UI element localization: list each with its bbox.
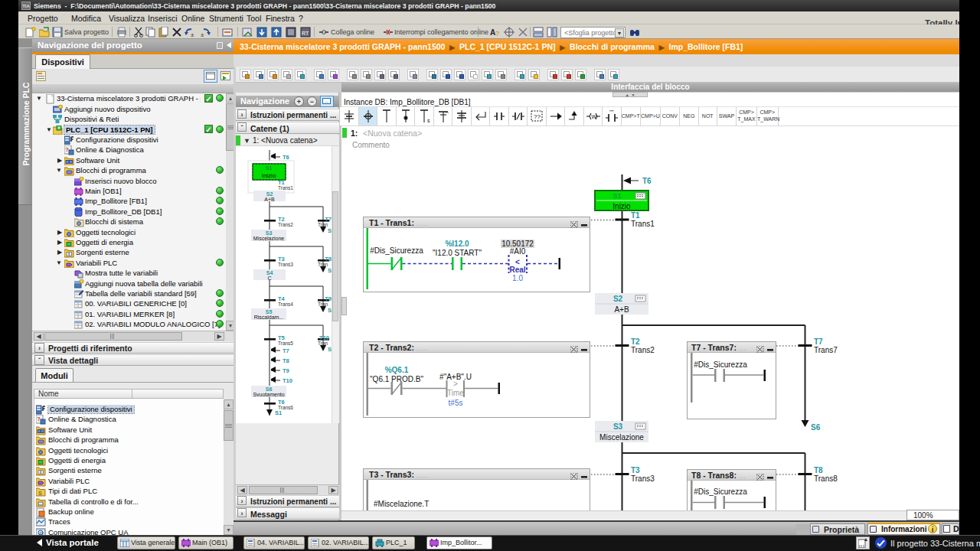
svg-text:S3: S3 [613,422,623,431]
svg-text:"I12.0 START": "I12.0 START" [433,249,482,257]
svg-text:#Dis_Sicurezza: #Dis_Sicurezza [370,246,423,255]
svg-text:Trans8: Trans8 [814,474,838,483]
svg-text:..: .. [446,108,449,115]
svg-text:S3: S3 [266,230,273,236]
svg-text:Trans3: Trans3 [631,474,655,483]
svg-text:S5: S5 [266,309,273,315]
svg-text:1.0: 1.0 [512,274,523,282]
svg-text:Tran: Tran [318,222,328,227]
svg-text:Inizio: Inizio [612,202,631,210]
svg-text:S1: S1 [266,165,273,171]
svg-text:S6: S6 [328,346,332,353]
svg-text:T10: T10 [283,377,292,384]
svg-text:%I12.0: %I12.0 [445,240,469,248]
svg-text:S6: S6 [266,386,273,392]
svg-text:Trans6: Trans6 [278,405,293,410]
svg-text:Tran: Tran [318,262,328,267]
svg-text:T2: T2 [631,337,640,346]
svg-text:?: ? [65,146,69,153]
svg-text:s: s [427,118,430,123]
svg-text:#AI0: #AI0 [510,247,526,256]
svg-text:Tran: Tran [318,341,328,346]
svg-text:#Dis_Sicurezza: #Dis_Sicurezza [694,487,747,496]
svg-text:Trans1: Trans1 [278,185,293,191]
svg-text:W: W [591,114,596,119]
svg-text:<: < [515,258,520,266]
svg-text:±: ± [201,31,204,37]
svg-text:T6: T6 [642,177,652,185]
svg-text:Trans2: Trans2 [631,346,655,354]
svg-text:S2: S2 [613,295,623,303]
svg-text:Inizio: Inizio [262,172,276,179]
svg-text:Trans2: Trans2 [278,222,293,227]
svg-text:T9: T9 [283,367,289,374]
svg-text:#Dis_Sicurezza: #Dis_Sicurezza [694,360,747,369]
svg-text:Time: Time [447,389,464,397]
svg-text:T6: T6 [283,154,289,161]
svg-text:"": "" [609,109,614,116]
svg-text:Tran: Tran [318,302,328,307]
svg-text:S1: S1 [612,191,622,200]
svg-text:%Q6.1: %Q6.1 [385,366,409,374]
svg-text:T8: T8 [814,466,823,474]
svg-text:±: ± [191,31,194,37]
svg-text:??: ?? [534,113,541,120]
svg-text:S6: S6 [328,267,332,274]
svg-text:S6: S6 [328,227,332,234]
svg-text:T7: T7 [283,347,289,354]
svg-text:T8: T8 [283,357,289,364]
svg-text:A+B: A+B [614,305,629,314]
svg-text:?: ? [37,416,41,422]
svg-text:>: > [453,380,458,388]
svg-text:C: C [267,276,271,281]
svg-text:t#5s: t#5s [449,399,463,407]
svg-text:Miscelazione: Miscelazione [599,433,644,442]
svg-text:A+B: A+B [264,197,275,202]
svg-text:Trans1: Trans1 [631,220,655,228]
svg-text:T7: T7 [814,337,823,346]
svg-text:S: S [38,491,42,496]
svg-text:Svuotamento: Svuotamento [253,392,284,397]
svg-text:Miscelazione: Miscelazione [253,236,285,241]
svg-text:Trans3: Trans3 [278,262,293,267]
svg-text:S6: S6 [811,423,821,432]
svg-text:T3: T3 [631,466,640,474]
svg-text:Trans4: Trans4 [278,302,293,307]
svg-text:Riscaldam...: Riscaldam... [254,315,284,320]
svg-text:Real: Real [509,266,525,274]
svg-text:?: ? [495,30,499,37]
svg-text:#Miscelazione.T: #Miscelazione.T [374,500,429,508]
svg-text:"Q6.1 PROD.B": "Q6.1 PROD.B" [370,375,423,383]
svg-text:S1: S1 [275,409,282,416]
svg-text:T1: T1 [631,211,640,220]
svg-text:Trans7: Trans7 [814,346,838,354]
svg-text:RT: RT [302,31,309,36]
svg-text:S6: S6 [328,307,332,314]
svg-text:Trans5: Trans5 [278,341,293,346]
